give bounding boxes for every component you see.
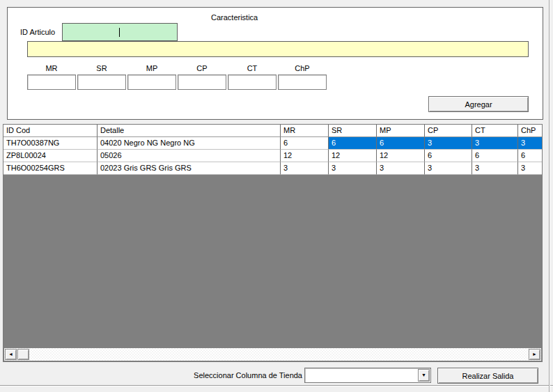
cell-cp[interactable]: 3 xyxy=(425,162,472,175)
grid-row[interactable]: ZP8L00024 05026 12 12 12 6 6 6 xyxy=(3,150,542,162)
scroll-thumb[interactable] xyxy=(17,349,29,360)
cell-chp[interactable]: 6 xyxy=(518,150,542,162)
size-label-cp: CP xyxy=(178,64,226,72)
grid-row[interactable]: TH6O00254GRS 02023 Gris GRS Gris GRS 3 3… xyxy=(3,162,542,175)
cell-idcod[interactable]: ZP8L00024 xyxy=(3,150,98,162)
header-cell-idcod[interactable]: ID Cod xyxy=(3,125,98,137)
grid-table: ID Cod Detalle MR SR MP CP CT ChP TH7O00… xyxy=(3,125,542,175)
text-caret xyxy=(119,28,120,37)
cell-idcod[interactable]: TH6O00254GRS xyxy=(3,162,98,175)
header-cell-ct[interactable]: CT xyxy=(472,125,518,137)
cell-chp[interactable]: 3 xyxy=(518,162,542,175)
articles-grid: ID Cod Detalle MR SR MP CP CT ChP TH7O00… xyxy=(3,124,543,362)
size-input-mp[interactable] xyxy=(127,75,176,90)
scroll-right-icon: ► xyxy=(532,352,537,356)
cell-mp-selected[interactable]: 6 xyxy=(377,137,425,150)
header-cell-chp[interactable]: ChP xyxy=(518,125,542,137)
scroll-left-icon: ◄ xyxy=(8,352,13,356)
cell-detalle[interactable]: 02023 Gris GRS Gris GRS xyxy=(98,162,281,175)
cell-chp-selected[interactable]: 3 xyxy=(518,137,542,150)
realizar-salida-button[interactable]: Realizar Salida xyxy=(437,368,538,384)
header-cell-mr[interactable]: MR xyxy=(281,125,329,137)
cell-idcod[interactable]: TH7O00387NG xyxy=(3,137,98,150)
combo-dropdown-button[interactable]: ▼ xyxy=(418,369,430,382)
cell-mr[interactable]: 12 xyxy=(281,150,329,162)
size-input-chp[interactable] xyxy=(278,75,327,90)
cell-cp[interactable]: 6 xyxy=(425,150,472,162)
scroll-left-button[interactable]: ◄ xyxy=(5,349,17,360)
header-cell-detalle[interactable]: Detalle xyxy=(98,125,281,137)
cell-sr[interactable]: 3 xyxy=(329,162,377,175)
id-articulo-input[interactable] xyxy=(62,23,178,41)
cell-cp-selected[interactable]: 3 xyxy=(425,137,472,150)
detalle-display-field[interactable] xyxy=(27,41,529,57)
cell-detalle[interactable]: 05026 xyxy=(98,150,281,162)
size-input-ct[interactable] xyxy=(228,75,276,90)
cell-detalle[interactable]: 04020 Negro NG Negro NG xyxy=(98,137,281,150)
size-input-sr[interactable] xyxy=(77,75,126,90)
tienda-combobox[interactable]: ▼ xyxy=(304,368,431,383)
characteristic-panel: Caracteristica ID Articulo MR SR MP CP C… xyxy=(7,7,543,120)
right-window-edge xyxy=(549,0,550,392)
grid-row[interactable]: TH7O00387NG 04020 Negro NG Negro NG 6 6 … xyxy=(3,137,542,150)
size-label-sr: SR xyxy=(77,64,126,72)
grid-header-row: ID Cod Detalle MR SR MP CP CT ChP xyxy=(3,125,542,137)
panel-title: Caracteristica xyxy=(209,13,260,22)
size-input-cp[interactable] xyxy=(178,75,226,90)
size-label-ct: CT xyxy=(228,64,276,72)
agregar-button[interactable]: Agregar xyxy=(428,96,529,112)
dropdown-arrow-icon: ▼ xyxy=(421,373,426,377)
cell-mp[interactable]: 12 xyxy=(377,150,425,162)
scroll-right-button[interactable]: ► xyxy=(529,349,540,360)
header-cell-mp[interactable]: MP xyxy=(377,125,425,137)
seleccionar-columna-label: Seleccionar Columna de Tienda xyxy=(125,371,302,379)
cell-mp[interactable]: 3 xyxy=(377,162,425,175)
id-articulo-label: ID Articulo xyxy=(20,28,55,36)
horizontal-scrollbar[interactable]: ◄ ► xyxy=(4,348,541,361)
size-label-mp: MP xyxy=(127,64,176,72)
cell-mr[interactable]: 6 xyxy=(281,137,329,150)
size-input-mr[interactable] xyxy=(27,75,76,90)
header-cell-sr[interactable]: SR xyxy=(329,125,377,137)
cell-ct-selected[interactable]: 3 xyxy=(472,137,518,150)
cell-ct[interactable]: 6 xyxy=(472,150,518,162)
cell-sr-selected[interactable]: 6 xyxy=(329,137,377,150)
cell-ct[interactable]: 3 xyxy=(472,162,518,175)
cell-sr[interactable]: 12 xyxy=(329,150,377,162)
size-label-mr: MR xyxy=(27,64,76,72)
header-cell-cp[interactable]: CP xyxy=(425,125,472,137)
cell-mr[interactable]: 3 xyxy=(281,162,329,175)
size-label-chp: ChP xyxy=(278,64,327,72)
bottom-divider xyxy=(0,385,553,386)
